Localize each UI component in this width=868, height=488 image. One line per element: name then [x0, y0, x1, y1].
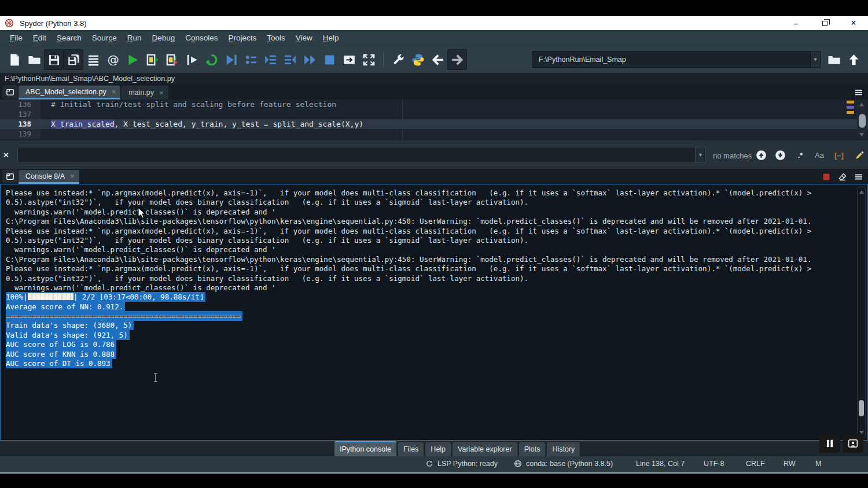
- case-sensitive-icon[interactable]: Aa: [812, 148, 826, 162]
- whole-word-icon[interactable]: [–]: [832, 148, 846, 162]
- editor-scrollbar-thumb[interactable]: [859, 114, 866, 128]
- console-line: ========================================…: [6, 312, 867, 321]
- open-file-icon[interactable]: [24, 49, 44, 70]
- preferences-icon[interactable]: [388, 49, 408, 70]
- console-line: 0.5).astype("int32")`, if your model doe…: [6, 274, 867, 283]
- editor-tab-main.py[interactable]: main.py×: [122, 86, 168, 99]
- console-tabbar: Console 8/A×: [0, 169, 868, 184]
- tab-label: main.py: [128, 88, 154, 97]
- column-ruler: [402, 99, 403, 140]
- permissions-status: RW: [784, 460, 796, 468]
- console-scrollbar-thumb[interactable]: [859, 400, 864, 416]
- dock-tab-plots[interactable]: Plots: [519, 442, 546, 456]
- browse-directory-icon[interactable]: [824, 49, 844, 70]
- working-directory-value[interactable]: F:\PythonRun\Email_Smap: [533, 56, 810, 64]
- debug-step-over-icon[interactable]: [241, 49, 260, 70]
- browse-tabs-icon[interactable]: [2, 85, 17, 99]
- find-symbols-icon[interactable]: @: [103, 49, 123, 70]
- find-status: no matches: [713, 151, 752, 160]
- stop-debug-icon[interactable]: [319, 49, 339, 70]
- console-line: C:\Program Files\Anaconda3\lib\site-pack…: [6, 217, 867, 226]
- editor-scrollbar[interactable]: [857, 100, 867, 139]
- menu-projects[interactable]: Projects: [223, 32, 262, 44]
- editor-tabbar: ABC_Model_selection.py×main.py×: [0, 84, 868, 99]
- working-directory-combo[interactable]: F:\PythonRun\Email_Smap ▼: [532, 51, 821, 68]
- screen: Spyder (Python 3.8) – × FileEditSearchSo…: [0, 0, 868, 488]
- close-tab-icon[interactable]: ×: [159, 88, 164, 97]
- console-options-menu-icon[interactable]: [854, 172, 863, 184]
- close-tab-icon[interactable]: ×: [112, 87, 116, 96]
- back-icon[interactable]: [428, 49, 447, 70]
- webcam-overlay-icon[interactable]: [843, 434, 863, 453]
- occurrence-flag: [847, 101, 854, 103]
- menu-edit[interactable]: Edit: [28, 32, 52, 44]
- close-tab-icon[interactable]: ×: [70, 172, 75, 180]
- dock-tab-files[interactable]: Files: [398, 442, 424, 456]
- outline-explorer-icon[interactable]: [83, 49, 103, 70]
- run-cell-advance-icon[interactable]: [162, 49, 182, 70]
- browse-consoles-icon[interactable]: [2, 169, 17, 183]
- editor-line-136[interactable]: 136# Initial train/test split and scalin…: [0, 99, 868, 109]
- dock-tab-help[interactable]: Help: [425, 442, 451, 456]
- working-directory-dropdown-icon[interactable]: ▼: [810, 51, 820, 68]
- dock-tab-ipython-console[interactable]: IPython console: [334, 441, 396, 456]
- editor-line-137[interactable]: 137: [0, 109, 868, 119]
- dock-tab-history[interactable]: History: [547, 442, 580, 456]
- window-bottom-edge: [0, 472, 868, 474]
- close-button[interactable]: ×: [839, 16, 868, 30]
- find-next-icon[interactable]: [773, 148, 787, 162]
- console-line: Average score of NN: 0.912.: [6, 302, 867, 312]
- menu-consoles[interactable]: Consoles: [180, 32, 223, 44]
- new-file-icon[interactable]: [5, 49, 24, 70]
- minimize-button[interactable]: –: [781, 16, 810, 30]
- menu-help[interactable]: Help: [318, 32, 344, 44]
- editor-line-139[interactable]: 139: [0, 129, 868, 139]
- pythonpath-icon[interactable]: [408, 49, 428, 70]
- find-previous-icon[interactable]: [754, 148, 768, 162]
- menu-source[interactable]: Source: [87, 32, 122, 44]
- menu-tools[interactable]: Tools: [262, 32, 290, 44]
- console-line: AUC score of DT is 0.893: [6, 359, 867, 368]
- debug-step-into-icon[interactable]: [260, 49, 280, 70]
- console-scrollbar[interactable]: [857, 187, 866, 438]
- menu-file[interactable]: File: [5, 32, 28, 44]
- line-number: 139: [0, 129, 41, 139]
- editor-tab-ABC_Model_selection.py[interactable]: ABC_Model_selection.py×: [19, 86, 120, 99]
- interrupt-kernel-icon[interactable]: [822, 172, 831, 184]
- regex-icon[interactable]: .*: [793, 148, 807, 162]
- console-line: Valid data's shape: (921, 5): [6, 331, 867, 340]
- ipython-console[interactable]: Please use instead:* `np.argmax(model.pr…: [0, 184, 868, 441]
- editor-line-138[interactable]: 138X_train_scaled, X_test_scaled, y_trai…: [0, 119, 868, 129]
- run-selection-icon[interactable]: [182, 49, 201, 70]
- run-file-icon[interactable]: [123, 49, 142, 70]
- maximize-pane-icon[interactable]: [339, 49, 359, 70]
- menu-run[interactable]: Run: [122, 32, 147, 44]
- restore-button[interactable]: [810, 16, 839, 30]
- code-editor[interactable]: 136# Initial train/test split and scalin…: [0, 99, 868, 140]
- forward-icon[interactable]: [447, 49, 467, 70]
- save-file-icon[interactable]: [44, 49, 64, 70]
- console-line: Please use instead:* `np.argmax(model.pr…: [6, 264, 867, 273]
- run-cell-icon[interactable]: [142, 49, 162, 70]
- highlight-matches-icon[interactable]: [852, 148, 866, 162]
- debug-continue-icon[interactable]: [300, 49, 319, 70]
- menu-debug[interactable]: Debug: [146, 32, 180, 44]
- editor-options-menu-icon[interactable]: [854, 88, 863, 99]
- save-all-icon[interactable]: [64, 49, 83, 70]
- menu-search[interactable]: Search: [52, 32, 87, 44]
- debug-step-out-icon[interactable]: [280, 49, 300, 70]
- console-line: Train data's shape: (3680, 5): [6, 321, 867, 330]
- tqdm-progress-bar: [28, 293, 73, 300]
- pause-recording-icon[interactable]: [819, 434, 840, 453]
- parent-directory-icon[interactable]: [844, 49, 863, 70]
- search-input[interactable]: [18, 147, 695, 162]
- rerun-script-icon[interactable]: [201, 49, 221, 70]
- console-tab[interactable]: Console 8/A×: [19, 170, 79, 184]
- close-find-icon[interactable]: ×: [3, 150, 9, 160]
- clear-console-icon[interactable]: [838, 172, 847, 184]
- dock-tab-variable-explorer[interactable]: Variable explorer: [453, 442, 517, 456]
- menu-view[interactable]: View: [290, 32, 318, 44]
- search-history-dropdown-icon[interactable]: ▼: [695, 147, 705, 162]
- fullscreen-icon[interactable]: [359, 49, 378, 70]
- debug-file-icon[interactable]: [221, 49, 241, 70]
